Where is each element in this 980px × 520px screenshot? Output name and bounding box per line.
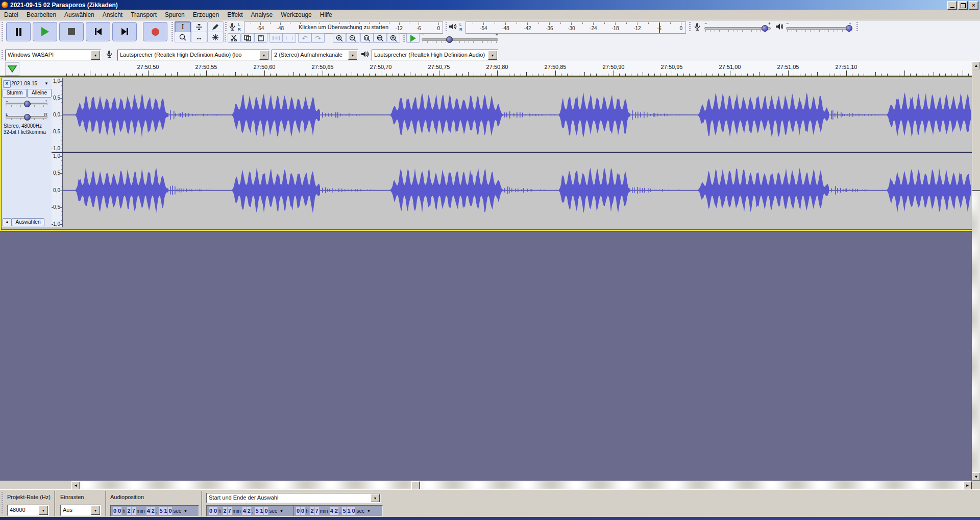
redo-button[interactable]: ↷ <box>311 33 325 43</box>
snap-select[interactable]: Aus ▼ <box>60 505 101 516</box>
track-control-panel[interactable]: × 2021-09-15 ▼ Stumm Alleine − + L R Ste… <box>2 78 52 227</box>
multi-tool-button[interactable] <box>207 32 224 42</box>
cut-button[interactable] <box>228 33 241 43</box>
menu-item-spuren[interactable]: Spuren <box>161 10 189 19</box>
selection-tool-button[interactable]: I <box>175 21 191 32</box>
vscroll-thumb[interactable] <box>972 69 980 191</box>
dock-grip-right[interactable] <box>856 22 858 31</box>
draw-tool-button[interactable] <box>207 21 224 32</box>
audio-host-select[interactable]: Windows WASAPI ▼ <box>5 50 101 61</box>
zoom-in-button[interactable] <box>333 33 346 43</box>
edit-toolbar-grip[interactable] <box>225 33 226 42</box>
recording-volume-slider[interactable]: − + <box>704 21 771 32</box>
menu-item-datei[interactable]: Datei <box>0 10 22 19</box>
solo-button[interactable]: Alleine <box>27 89 52 98</box>
trim-outside-selection-button[interactable] <box>270 33 283 43</box>
recording-meter-toolbar[interactable]: L R -54-48-12-60Klicken um Überwachung z… <box>225 21 443 33</box>
close-button[interactable]: × <box>969 1 978 10</box>
gain-slider[interactable]: − + <box>6 99 47 111</box>
timeline-scale[interactable]: 27:50,5027:50,5527:50,6027:50,6527:50,70… <box>63 61 972 76</box>
menu-item-hilfe[interactable]: Hilfe <box>316 10 336 19</box>
menu-item-auswhlen[interactable]: Auswählen <box>60 10 99 19</box>
zoom-to-project-button[interactable] <box>374 33 387 43</box>
tools-toolbar-grip[interactable] <box>172 22 173 41</box>
zoom-to-selection-button[interactable] <box>360 33 374 43</box>
audio-track[interactable]: × 2021-09-15 ▼ Stumm Alleine − + L R Ste… <box>0 77 974 231</box>
timeshift-tool-button[interactable]: ↔ <box>191 32 207 42</box>
stop-button[interactable] <box>59 22 84 41</box>
track-select-button[interactable]: Auswählen <box>12 218 44 226</box>
playback-meter[interactable]: -54-48-42-36-30-24-18-12-60 <box>465 21 686 34</box>
mixer-toolbar-grip[interactable] <box>689 22 691 31</box>
menu-item-erzeugen[interactable]: Erzeugen <box>189 10 223 19</box>
scroll-up-button[interactable]: ▲ <box>972 61 980 70</box>
selection-format-dropdown-button[interactable]: ▼ <box>371 494 380 502</box>
recording-device-dropdown-button[interactable]: ▼ <box>259 51 268 60</box>
gain-thumb[interactable] <box>24 101 31 107</box>
time-dropdown-arrow[interactable]: ▼ <box>367 509 371 513</box>
skip-to-end-button[interactable] <box>112 22 137 41</box>
menu-item-effekt[interactable]: Effekt <box>223 10 247 19</box>
pan-thumb[interactable] <box>24 114 31 121</box>
selection-end-time[interactable]: 00h27min42,510sec▼ <box>293 505 383 516</box>
play-button[interactable] <box>33 22 57 41</box>
zoom-tool-button[interactable] <box>175 32 191 42</box>
record-button[interactable] <box>143 22 167 41</box>
recording-device-select[interactable]: Lautsprecher (Realtek High Definition Au… <box>117 50 270 61</box>
scroll-right-button[interactable]: ► <box>963 481 972 490</box>
hscroll-thumb[interactable] <box>411 481 420 490</box>
waveform-channel-2[interactable] <box>63 153 971 227</box>
zoom-out-button[interactable] <box>346 33 359 43</box>
play-at-speed-grip[interactable] <box>403 33 405 42</box>
recording-volume-thumb[interactable] <box>762 25 768 32</box>
snap-dropdown-button[interactable]: ▼ <box>91 506 100 515</box>
track-collapse-button[interactable]: ▲ <box>3 218 12 226</box>
playback-device-select[interactable]: Lautsprecher (Realtek High Definition Au… <box>372 50 498 61</box>
play-at-speed-button[interactable] <box>406 33 420 43</box>
time-dropdown-arrow[interactable]: ▼ <box>280 509 283 513</box>
horizontal-scrollbar[interactable]: ◄ ► <box>0 481 980 489</box>
track-name[interactable]: 2021-09-15 <box>11 81 43 86</box>
playback-volume-slider[interactable]: − + <box>786 21 851 32</box>
audio-host-dropdown-button[interactable]: ▼ <box>91 51 100 60</box>
recording-channels-select[interactable]: 2 (Stereo) Aufnahmekanäle ▼ <box>272 50 358 61</box>
copy-button[interactable] <box>241 33 254 43</box>
recording-meter-grip[interactable] <box>225 22 227 32</box>
selection-format-select[interactable]: Start und Ende der Auswahl ▼ <box>206 493 381 503</box>
channel-divider[interactable] <box>52 152 972 153</box>
zoom-toggle-button[interactable] <box>387 33 400 43</box>
timeline-ruler[interactable]: 27:50,5027:50,5527:50,6027:50,6527:50,70… <box>0 61 972 76</box>
menu-item-werkzeuge[interactable]: Werkzeuge <box>277 10 315 19</box>
playback-device-dropdown-button[interactable]: ▼ <box>488 51 497 60</box>
pinned-playhead-button[interactable] <box>5 62 19 76</box>
playback-meter-grip[interactable] <box>446 22 447 32</box>
project-rate-select[interactable]: 48000 ▼ <box>7 505 49 516</box>
track-menu-arrow-icon[interactable]: ▼ <box>44 81 48 86</box>
paste-button[interactable] <box>254 33 267 43</box>
silence-selection-button[interactable] <box>283 33 296 43</box>
hscroll-track[interactable] <box>80 481 963 489</box>
play-speed-thumb[interactable] <box>446 36 453 43</box>
mute-button[interactable]: Stumm <box>3 89 27 98</box>
recording-meter[interactable]: -54-48-12-60Klicken um Überwachung zu st… <box>244 21 443 34</box>
selection-start-time[interactable]: 00h27min42,510sec▼ <box>206 505 295 516</box>
recording-channels-dropdown-button[interactable]: ▼ <box>348 51 357 60</box>
audio-position-time[interactable]: 00h27min42,510sec▼ <box>110 505 199 516</box>
play-speed-slider[interactable]: − + <box>422 32 498 43</box>
skip-to-start-button[interactable] <box>86 22 110 41</box>
track-close-button[interactable]: × <box>3 80 11 88</box>
scroll-down-button[interactable]: ▼ <box>972 472 980 481</box>
minimize-button[interactable] <box>947 1 957 10</box>
waveform-channel-1[interactable] <box>63 78 971 152</box>
maximize-button[interactable] <box>958 1 968 10</box>
transport-toolbar-grip[interactable] <box>2 22 3 41</box>
menu-item-analyse[interactable]: Analyse <box>247 10 277 19</box>
scroll-left-button[interactable]: ◄ <box>71 481 80 490</box>
menu-item-bearbeiten[interactable]: Bearbeiten <box>22 10 60 19</box>
device-toolbar-grip[interactable] <box>2 50 3 60</box>
pause-button[interactable] <box>6 22 31 41</box>
vertical-scrollbar[interactable]: ▲ ▼ <box>972 61 980 481</box>
playback-meter-toolbar[interactable]: L R -54-48-42-36-30-24-18-12-60 <box>445 21 687 33</box>
menu-item-ansicht[interactable]: Ansicht <box>99 10 127 19</box>
time-dropdown-arrow[interactable]: ▼ <box>184 509 187 513</box>
